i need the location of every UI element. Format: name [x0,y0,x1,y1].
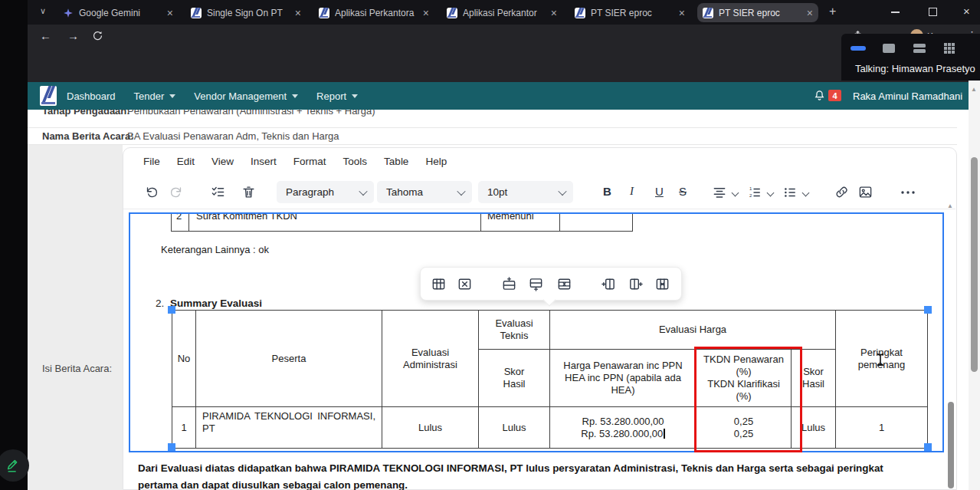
sier-favicon [703,8,713,18]
cell-peserta[interactable]: PIRAMIDA TEKNOLOGI INFORMASI, PT [196,407,382,449]
table-resize-handle[interactable] [924,443,932,451]
menu-edit[interactable]: Edit [177,156,195,167]
view-minimized-icon[interactable] [851,46,866,51]
tab-pt-sier-eproc-1[interactable]: PT SIER eproc × [569,3,690,22]
back-icon[interactable]: ← [40,29,51,42]
nav-vendor-management[interactable]: Vendor Management [194,90,298,102]
insert-row-below-icon[interactable] [529,277,543,291]
bell-icon[interactable] [813,89,826,102]
cell-tkdn[interactable]: 0,25 0,25 [696,407,792,449]
delete-table-icon[interactable] [457,277,472,291]
font-size-select[interactable]: 10pt [478,181,573,203]
app-navbar: Dashboard Tender Vendor Management Repor… [28,82,969,110]
new-tab-button[interactable]: + [829,5,836,18]
tab-close-icon[interactable]: × [167,8,173,18]
redo-icon[interactable] [170,185,185,199]
menu-view[interactable]: View [211,156,234,167]
tab-pt-sier-eproc-active[interactable]: PT SIER eproc × [697,3,818,22]
align-center-icon[interactable] [713,186,726,199]
col-evaluasi-teknis: Evaluasi Teknis [479,311,550,350]
menu-help[interactable]: Help [425,156,447,167]
strikethrough-button[interactable]: S [679,185,687,198]
paragraph-select[interactable]: Paragraph [277,181,374,203]
bullet-list-icon[interactable] [783,186,797,199]
insert-column-before-icon[interactable] [601,277,616,291]
window-restore-button[interactable] [929,8,937,16]
tab-close-icon[interactable]: × [679,8,685,18]
insert-row-above-icon[interactable] [502,277,516,291]
tab-google-gemini[interactable]: Google Gemini × [57,3,179,22]
view-grid-icon[interactable] [944,43,955,54]
italic-button[interactable]: I [630,185,634,198]
more-toolbar-icon[interactable] [900,189,916,196]
editor-scroll-up-icon[interactable]: ▲ [947,202,953,209]
tab-close-icon[interactable]: × [807,8,813,18]
nav-tender[interactable]: Tender [134,90,176,102]
table-resize-handle[interactable] [168,443,175,451]
font-family-value: Tahoma [386,186,423,198]
tab-close-icon[interactable]: × [295,8,301,18]
page-scrollbar-thumb[interactable] [971,157,978,372]
cell-skor-harga[interactable]: Lulus [792,407,836,449]
chevron-down-icon [292,94,298,98]
chevron-down-icon [457,186,465,195]
sier-favicon [447,8,457,18]
col-evaluasi-harga: Evaluasi Harga [550,311,836,350]
forward-icon[interactable]: → [67,29,79,42]
delete-column-icon[interactable] [655,277,670,291]
cell-peringkat[interactable]: 1 [836,407,928,449]
delete-row-icon[interactable] [557,277,572,291]
insert-column-after-icon[interactable] [628,277,643,291]
menu-file[interactable]: File [143,156,160,167]
checklist-table-partial[interactable]: 2 Surat Komitmen TKDN Memenuhi [171,214,633,232]
cell-evaluasi-administrasi[interactable]: Lulus [382,407,479,449]
menu-insert[interactable]: Insert [251,156,277,167]
insert-image-icon[interactable] [858,185,873,199]
menu-format[interactable]: Format [293,156,326,167]
row-no: 2 [176,214,182,222]
tab-single-sign-on[interactable]: Single Sign On PT × [185,3,306,22]
tab-close-icon[interactable]: × [423,8,429,18]
link-icon[interactable] [834,185,849,199]
window-minimize-button[interactable] [891,12,900,13]
table-resize-handle[interactable] [924,306,932,314]
tab-close-icon[interactable]: × [551,8,557,18]
table-row[interactable]: 1 PIRAMIDA TEKNOLOGI INFORMASI, PT Lulus… [172,407,928,449]
font-family-select[interactable]: Tahoma [377,181,472,203]
table-properties-icon[interactable] [431,277,446,291]
toolbar-divider [123,209,955,209]
menu-table[interactable]: Table [384,156,408,167]
col-skor-hasil-harga: Skor Hasil [792,350,836,407]
cell-harga[interactable]: Rp. 53.280.000,00 Rp. 53.280.000,00 [550,407,696,449]
summary-evaluasi-table[interactable]: No Peserta Evaluasi Administrasi Evaluas… [172,310,928,449]
underline-button[interactable]: U [655,185,664,198]
sier-logo[interactable] [40,86,57,106]
reload-icon[interactable] [92,30,103,41]
keterangan-text[interactable]: Keterangan Lainnya : ok [161,244,269,255]
table-resize-handle[interactable] [168,306,175,314]
tab-aplikasi-perkantoran-1[interactable]: Aplikasi Perkantora × [313,3,434,22]
cell-no[interactable]: 1 [172,407,196,449]
window-close-button[interactable]: × [963,5,970,18]
page-scroll-up-icon[interactable]: ▲ [971,86,977,93]
bold-button[interactable]: B [603,185,611,198]
nav-report[interactable]: Report [316,90,358,102]
checklist-icon[interactable] [211,185,225,199]
tab-aplikasi-perkantoran-2[interactable]: Aplikasi Perkantor × [441,3,562,22]
menu-tools[interactable]: Tools [343,156,368,167]
svg-text:2: 2 [749,193,752,198]
numbered-list-icon[interactable]: 12 [748,186,762,199]
trash-icon[interactable] [241,185,256,199]
editor-menubar: File Edit View Insert Format Tools Table… [143,156,447,167]
sier-favicon [575,8,585,18]
cell-skor-teknis[interactable]: Lulus [479,407,550,449]
col-no: No [172,311,196,407]
tab-search-chevron-icon[interactable]: ∨ [40,6,46,16]
notification-badge[interactable]: 4 [828,90,841,101]
editor-scrollbar-thumb[interactable] [948,402,954,488]
undo-icon[interactable] [143,185,158,199]
view-fill-icon[interactable] [883,44,895,53]
user-name[interactable]: Raka Aminul Ramadhani [853,90,962,102]
closing-paragraph[interactable]: Dari Evaluasi diatas didapatkan bahwa PI… [138,460,910,490]
nav-dashboard[interactable]: Dashboard [67,90,116,102]
